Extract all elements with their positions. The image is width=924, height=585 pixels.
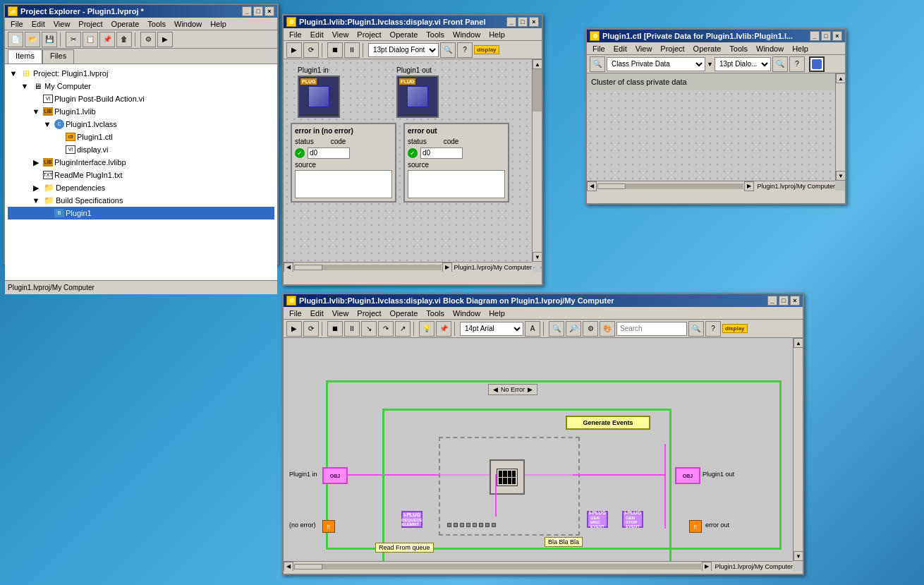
menu-window[interactable]: Window: [170, 18, 206, 30]
source-field[interactable]: [408, 170, 505, 198]
menu-project[interactable]: Project: [656, 43, 688, 54]
step-over-icon[interactable]: ↷: [378, 321, 394, 337]
menu-help[interactable]: Help: [206, 18, 231, 30]
open-icon[interactable]: 📂: [25, 32, 40, 47]
run-arrow-icon[interactable]: ▶: [286, 42, 302, 58]
search-icon[interactable]: 🔍: [590, 56, 605, 72]
scroll-left-btn[interactable]: ◀: [587, 181, 597, 191]
maximize-button[interactable]: □: [518, 17, 528, 27]
help-icon[interactable]: ?: [457, 42, 473, 58]
obj-out-terminal[interactable]: OBJ: [675, 467, 700, 484]
minimize-button[interactable]: _: [242, 6, 252, 16]
iplug-dequeue-node[interactable]: I-PLUG DEQUEUEELEMNT: [401, 511, 423, 528]
private-data-title-bar[interactable]: ⚙ Plugin1.ctl [Private Data for Plugin1.…: [587, 30, 845, 42]
tree-item-displayvi[interactable]: VI display.vi: [8, 143, 274, 156]
tree-item-project[interactable]: ▼ ⊞ Project: Plugin1.lvproj: [8, 67, 274, 80]
menu-operate[interactable]: Operate: [386, 29, 423, 40]
scroll-down-btn[interactable]: ▼: [836, 171, 846, 181]
search-go-icon[interactable]: 🔍: [688, 321, 704, 337]
menu-edit[interactable]: Edit: [306, 29, 328, 40]
scroll-down-btn[interactable]: ▼: [533, 252, 542, 262]
build-icon[interactable]: ⚙: [140, 32, 156, 47]
scroll-track[interactable]: [294, 564, 701, 569]
menu-file[interactable]: File: [588, 43, 609, 54]
scroll-track[interactable]: [597, 183, 743, 189]
scroll-right-btn[interactable]: ▶: [744, 181, 754, 191]
menu-help[interactable]: Help: [788, 43, 813, 54]
menu-help[interactable]: Help: [485, 308, 509, 319]
horizontal-scrollbar[interactable]: ◀ ▶ Plugin1.lvproj/My Computer: [284, 262, 532, 272]
save-icon[interactable]: 💾: [42, 32, 57, 47]
close-button[interactable]: ×: [265, 6, 274, 16]
horizontal-scrollbar[interactable]: ◀ ▶ Plugin1.lvproj/My Computer: [284, 561, 793, 571]
scroll-up-btn[interactable]: ▲: [836, 73, 846, 83]
scroll-down-btn[interactable]: ▼: [794, 551, 803, 561]
paste-icon[interactable]: 📌: [99, 32, 115, 47]
front-panel-title-bar[interactable]: ⚙ Plugin1.lvlib:Plugin1.lvclass:display.…: [284, 16, 542, 28]
menu-tools[interactable]: Tools: [422, 29, 449, 40]
menu-operate[interactable]: Operate: [386, 308, 423, 319]
no-error-selector[interactable]: ◀ No Error ▶: [488, 384, 537, 395]
run-icon[interactable]: ▶: [157, 32, 173, 47]
menu-tools[interactable]: Tools: [143, 18, 170, 30]
menu-edit[interactable]: Edit: [28, 18, 49, 30]
menu-view[interactable]: View: [328, 308, 353, 319]
zoom2-icon[interactable]: 🔎: [566, 321, 581, 337]
font-dropdown[interactable]: 13pt Dialo...: [715, 57, 771, 71]
menu-project[interactable]: Project: [353, 29, 385, 40]
code-field[interactable]: d0: [308, 147, 350, 159]
help-icon[interactable]: ?: [705, 321, 721, 337]
vertical-scrollbar[interactable]: ▲ ▼: [793, 338, 803, 561]
generate-events-box[interactable]: Generate Events: [566, 416, 650, 430]
menu-project[interactable]: Project: [353, 308, 385, 319]
tree-item-plugin1lvlib[interactable]: ▼ LIB Plugin1.lvlib: [8, 105, 274, 118]
zoom-icon[interactable]: 🔍: [549, 321, 564, 337]
scroll-right-btn[interactable]: ▶: [702, 562, 712, 572]
menu-tools[interactable]: Tools: [725, 43, 752, 54]
project-explorer-title-bar[interactable]: 📁 Project Explorer - Plugin1.lvproj * _ …: [5, 5, 277, 18]
menu-window[interactable]: Window: [449, 308, 485, 319]
vertical-scrollbar[interactable]: ▲ ▼: [835, 73, 845, 181]
minimize-button[interactable]: _: [810, 31, 820, 41]
menu-file[interactable]: File: [285, 308, 306, 319]
highlight-icon[interactable]: 💡: [419, 321, 434, 337]
maximize-button[interactable]: □: [253, 6, 263, 16]
palette-icon[interactable]: 🎨: [600, 321, 615, 337]
tree-item-plugininterface[interactable]: ▶ LIB PluginInterface.lvlibp: [8, 156, 274, 169]
abort-icon[interactable]: ⏹: [327, 42, 343, 58]
menu-project[interactable]: Project: [74, 18, 107, 30]
code-field[interactable]: d0: [420, 147, 463, 159]
tab-items[interactable]: Items: [8, 49, 42, 64]
maximize-button[interactable]: □: [779, 296, 789, 306]
tree-item-plugin1lvclass[interactable]: ▼ C Plugin1.lvclass: [8, 118, 274, 131]
vertical-scrollbar[interactable]: ▲ ▼: [532, 59, 542, 262]
close-button[interactable]: ×: [790, 296, 800, 306]
font-dropdown[interactable]: 14pt Arial: [460, 322, 523, 336]
source-field[interactable]: [295, 170, 392, 198]
pause-icon[interactable]: ⏸: [344, 321, 360, 337]
run-continuously-icon[interactable]: ⟳: [303, 42, 319, 58]
menu-edit[interactable]: Edit: [609, 43, 631, 54]
font-dropdown[interactable]: 13pt Dialog Font: [368, 43, 439, 57]
tree-item-plugin1ctl[interactable]: ctl Plugin1.ctl: [8, 131, 274, 143]
tree-item-plugin1[interactable]: B Plugin1: [8, 207, 274, 219]
copy-icon[interactable]: 📋: [83, 32, 98, 47]
scroll-track[interactable]: [294, 265, 442, 270]
zoom-icon[interactable]: 🔍: [772, 56, 788, 72]
tree-item-mycomputer[interactable]: ▼ 🖥 My Computer: [8, 80, 274, 92]
menu-file[interactable]: File: [285, 29, 306, 40]
tree-item-dependencies[interactable]: ▶ 📁 Dependencies: [8, 181, 274, 194]
menu-operate[interactable]: Operate: [689, 43, 726, 54]
new-vi-icon[interactable]: 📄: [8, 32, 23, 47]
menu-tools[interactable]: Tools: [422, 308, 449, 319]
menu-view[interactable]: View: [328, 29, 353, 40]
iplug-gen-msg-node[interactable]: I-PLUG GENMSGEVENT: [587, 511, 608, 528]
tab-files[interactable]: Files: [42, 49, 74, 64]
error-in-terminal[interactable]: E: [322, 520, 335, 533]
font-size-icon[interactable]: A: [525, 321, 540, 337]
scroll-up-btn[interactable]: ▲: [533, 59, 542, 69]
tree-item-readme[interactable]: TXT ReadMe PlugIn1.txt: [8, 169, 274, 181]
class-private-data-dropdown[interactable]: Class Private Data: [607, 57, 705, 71]
error-out-terminal[interactable]: E: [689, 520, 702, 533]
tools-icon[interactable]: ⚙: [583, 321, 598, 337]
